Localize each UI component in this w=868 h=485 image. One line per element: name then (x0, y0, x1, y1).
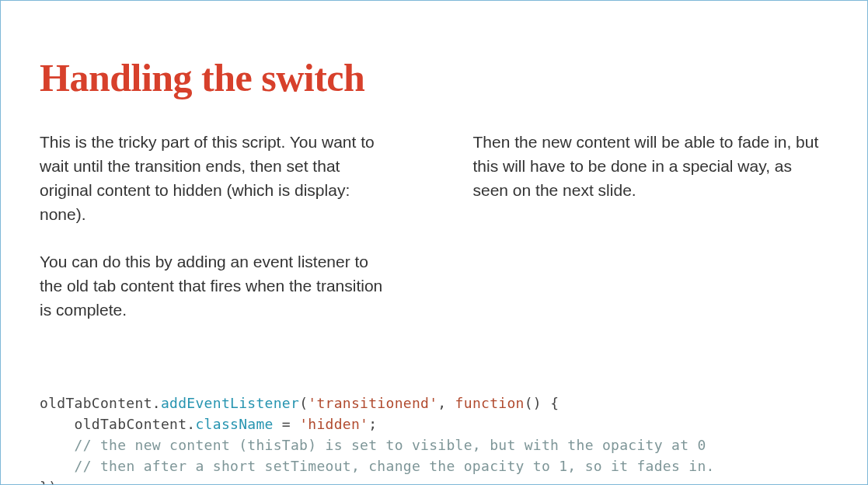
code-token: 'hidden' (299, 416, 368, 432)
code-token: , (437, 395, 455, 411)
code-token: 'transitionend' (308, 395, 437, 411)
code-snippet: oldTabContent.addEventListener('transiti… (40, 393, 828, 485)
code-token: function (455, 395, 525, 411)
code-token (40, 458, 75, 474)
code-token: className (195, 416, 273, 432)
code-token: ( (299, 395, 308, 411)
code-token (40, 416, 75, 432)
code-token: oldTabContent (75, 416, 187, 432)
left-paragraph-2: You can do this by adding an event liste… (40, 249, 396, 322)
code-comment: // the new content (thisTab) is set to v… (75, 437, 706, 453)
content-columns: This is the tricky part of this script. … (40, 130, 828, 346)
code-comment: // then after a short setTimeout, change… (75, 458, 715, 474)
slide-title: Handling the switch (40, 55, 828, 100)
code-token: addEventListener (161, 395, 299, 411)
right-paragraph-1: Then the new content will be able to fad… (473, 130, 829, 202)
code-token: . (152, 395, 161, 411)
code-token: oldTabContent (40, 395, 152, 411)
code-token: = (274, 416, 299, 432)
code-token: () { (525, 395, 559, 411)
code-token: . (186, 416, 195, 432)
code-token (40, 437, 75, 453)
code-token: }); (40, 479, 65, 485)
code-token: ; (368, 416, 377, 432)
left-column: This is the tricky part of this script. … (40, 130, 396, 346)
left-paragraph-1: This is the tricky part of this script. … (40, 130, 396, 226)
right-column: Then the new content will be able to fad… (473, 130, 829, 346)
